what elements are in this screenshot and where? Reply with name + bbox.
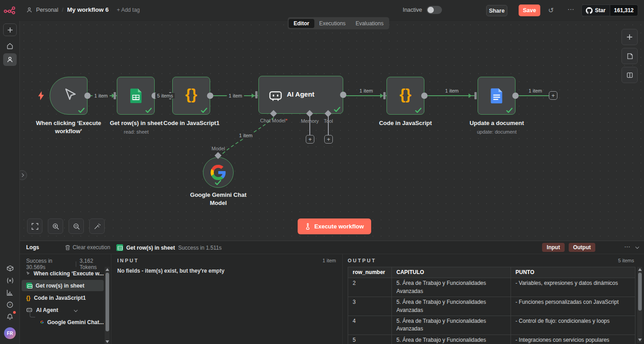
user-avatar[interactable]: FR	[4, 327, 16, 339]
col-header-row-number[interactable]: row_number	[348, 267, 392, 278]
output-toggle-button[interactable]: Output	[569, 243, 595, 252]
logs-title: Logs	[26, 244, 39, 251]
scrollbar-thumb[interactable]	[106, 273, 109, 331]
history-icon[interactable]: ↺	[548, 6, 554, 14]
view-tabs: Editor Executions Evaluations	[288, 17, 389, 29]
code-icon: {}	[387, 85, 424, 103]
edge-update-plus	[515, 95, 549, 96]
table-row[interactable]: 2 5. Área de Trabajo y Funcionalidades A…	[348, 278, 635, 297]
tree-item-get-rows[interactable]: Get row(s) in sheet	[22, 280, 104, 291]
share-button[interactable]: Share	[486, 5, 507, 16]
workflow-canvas[interactable]: 1 item 5 items 1 item 1 item 1 item 1 it…	[20, 21, 644, 241]
table-row[interactable]: 4 5. Área de Trabajo y Funcionalidades A…	[348, 316, 635, 335]
tab-evaluations[interactable]: Evaluations	[350, 19, 388, 28]
github-star-widget[interactable]: Star 161,312	[581, 5, 638, 16]
input-port[interactable]	[474, 92, 477, 99]
success-check-icon	[201, 107, 207, 113]
node-update-document[interactable]	[478, 77, 515, 115]
zoom-in-button[interactable]	[48, 218, 63, 234]
output-port[interactable]	[421, 93, 428, 99]
output-port[interactable]	[207, 93, 213, 99]
breadcrumb-project[interactable]: Personal	[36, 7, 58, 13]
col-header-capitulo[interactable]: CAPITULO	[392, 267, 511, 278]
sidebar-item-overview[interactable]	[3, 40, 17, 52]
expand-panel-chevron[interactable]	[20, 170, 27, 180]
clear-execution-button[interactable]: Clear execution	[65, 244, 110, 251]
help-icon: ?	[6, 301, 14, 308]
add-tag-button[interactable]: + Add tag	[117, 7, 140, 13]
sidebar-item-insights[interactable]	[3, 286, 17, 299]
add-sticky-note-button[interactable]	[621, 48, 638, 64]
collapse-logs-chevron[interactable]	[635, 245, 639, 249]
sidebar-item-help[interactable]: ?	[3, 298, 17, 311]
input-toggle-button[interactable]: Input	[542, 243, 564, 252]
sidebar-item-notifications[interactable]	[3, 311, 17, 323]
active-toggle[interactable]	[427, 6, 442, 14]
chevron-down-icon[interactable]	[74, 308, 78, 311]
tree-item-code2[interactable]: {} Code in JavaScript	[22, 341, 104, 344]
tree-item-gemini[interactable]: Google Gemini Chat...	[22, 316, 104, 328]
success-check-icon	[415, 107, 422, 113]
open-panel-button[interactable]	[621, 67, 638, 83]
bar-chart-icon	[6, 289, 14, 296]
tree-item-trigger[interactable]: When clicking ‘Execute w...	[22, 268, 104, 279]
user-icon	[26, 7, 32, 13]
logs-more-icon[interactable]: ⋯	[624, 243, 630, 250]
clear-execution-label: Clear execution	[73, 244, 110, 251]
google-logo-icon	[211, 165, 226, 180]
fit-view-button[interactable]	[27, 218, 42, 234]
sidebar-item-variables[interactable]	[3, 274, 17, 287]
add-node-endpoint-button[interactable]: +	[549, 91, 557, 100]
sticky-note-icon	[626, 53, 633, 60]
execute-workflow-button[interactable]: Execute workflow	[298, 218, 371, 234]
package-icon	[6, 265, 14, 272]
workflow-title[interactable]: My workflow 6	[67, 6, 109, 13]
more-options-icon[interactable]: ⋯	[567, 5, 574, 14]
sidebar-item-templates[interactable]	[3, 262, 17, 274]
add-workflow-button[interactable]	[3, 23, 17, 36]
output-port[interactable]	[512, 93, 519, 99]
scroll-down-arrow[interactable]	[638, 339, 642, 341]
output-header: OUTPUT	[348, 258, 376, 263]
add-node-button[interactable]	[621, 29, 638, 45]
tree-item-code1[interactable]: {} Code in JavaScript1	[22, 292, 104, 303]
table-row[interactable]: 3 5. Área de Trabajo y Funcionalidades A…	[348, 297, 635, 316]
add-memory-button[interactable]: +	[306, 135, 314, 144]
arrowhead	[252, 93, 255, 98]
summary-divider	[76, 261, 76, 267]
star-label: Star	[595, 7, 605, 14]
node-code2[interactable]: {}	[386, 77, 424, 115]
output-port[interactable]	[340, 92, 346, 98]
output-port[interactable]	[84, 93, 91, 99]
node-get-rows[interactable]	[117, 77, 155, 115]
tree-scrollbar[interactable]	[105, 267, 110, 344]
input-port[interactable]	[114, 92, 116, 99]
tab-editor[interactable]: Editor	[289, 19, 314, 28]
sidebar-item-personal[interactable]	[3, 53, 17, 66]
add-tool-button[interactable]: +	[324, 135, 333, 144]
col-header-punto[interactable]: PUNTO	[511, 267, 635, 278]
tidy-up-button[interactable]	[89, 218, 105, 234]
node-ai-agent[interactable]: AI Agent	[258, 76, 343, 114]
tab-executions[interactable]: Executions	[314, 19, 351, 28]
person-icon	[6, 56, 14, 63]
github-star-button[interactable]: Star	[581, 5, 610, 16]
node-code1[interactable]: {}	[172, 77, 210, 115]
table-header-row: row_number CAPITULO PUNTO	[348, 267, 635, 278]
input-port[interactable]	[255, 91, 258, 98]
node-trigger[interactable]	[50, 77, 87, 115]
cell-capitulo: 5. Área de Trabajo y Funcionalidades Ava…	[392, 335, 511, 344]
output-scrollbar[interactable]	[637, 267, 642, 343]
output-table[interactable]: row_number CAPITULO PUNTO 2 5. Área de T…	[348, 267, 635, 344]
zoom-out-button[interactable]	[69, 218, 84, 234]
table-row[interactable]: 5 5. Área de Trabajo y Funcionalidades A…	[348, 335, 635, 344]
scroll-up-arrow[interactable]	[638, 268, 642, 271]
scrollbar-thumb[interactable]	[638, 273, 642, 311]
split-panel-icon	[626, 72, 633, 79]
scroll-down-arrow[interactable]	[106, 340, 109, 343]
selected-node-name: Get row(s) in sheet	[126, 245, 175, 251]
scroll-up-arrow[interactable]	[106, 268, 109, 271]
input-port[interactable]	[383, 92, 386, 99]
tool-stem	[328, 116, 329, 135]
save-button[interactable]: Save	[519, 5, 540, 16]
